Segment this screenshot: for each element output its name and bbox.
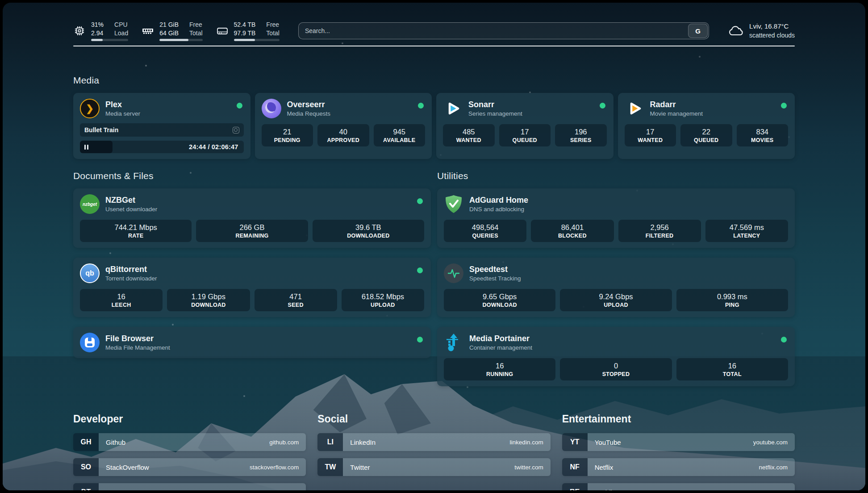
bookmark-github[interactable]: GH Githubgithub.com xyxy=(73,433,306,451)
overseerr-card[interactable]: Overseerr Media Requests 21PENDING 40APP… xyxy=(255,93,432,159)
speedtest-icon xyxy=(444,263,463,283)
playback-time: 24:44 / 02:06:47 xyxy=(189,143,238,150)
adguard-icon xyxy=(444,194,463,214)
filebrowser-card[interactable]: File Browser Media File Management xyxy=(73,327,431,358)
plex-title: Plex xyxy=(105,100,140,110)
adguard-subtitle: DNS and adblocking xyxy=(469,206,528,213)
stat-blocked: 86,401BLOCKED xyxy=(531,220,613,242)
plex-status-dot xyxy=(237,103,242,109)
speedtest-card[interactable]: Speedtest Speedtest Tracking 9.65 GbpsDO… xyxy=(437,258,795,317)
stat-download: 9.65 GbpsDOWNLOAD xyxy=(444,289,555,311)
ram-free-value: 21 GiB xyxy=(159,21,179,29)
sonarr-status-dot xyxy=(600,103,605,109)
ram-icon xyxy=(142,25,154,37)
section-title-developer: Developer xyxy=(73,413,306,425)
stat-seed: 471SEED xyxy=(255,289,337,311)
filebrowser-status-dot xyxy=(417,337,423,343)
qbittorrent-title: qBittorrent xyxy=(105,265,157,275)
filebrowser-title: File Browser xyxy=(105,334,170,344)
portainer-status-dot xyxy=(781,337,787,343)
ram-label-1: Free xyxy=(189,21,203,29)
stat-running: 16RUNNING xyxy=(444,358,555,380)
nzbget-card[interactable]: nzbget NZBGet Usenet downloader 744.21 M… xyxy=(73,188,431,248)
stat-download: 1.19 GbpsDOWNLOAD xyxy=(167,289,250,311)
stat-upload: 618.52 MbpsUPLOAD xyxy=(342,289,424,311)
weather-widget: Lviv, 16.87°C scattered clouds xyxy=(728,22,795,39)
search-provider-button[interactable]: G xyxy=(688,24,708,38)
disk-total-value: 97.9 TB xyxy=(234,29,256,37)
portainer-title: Media Portainer xyxy=(469,334,532,344)
stat-upload: 9.24 GbpsUPLOAD xyxy=(560,289,672,311)
radarr-subtitle: Movie management xyxy=(650,110,703,117)
search-input[interactable] xyxy=(299,23,688,39)
speedtest-title: Speedtest xyxy=(469,265,521,275)
plex-icon: ❯ xyxy=(80,99,100,118)
speedtest-subtitle: Speedtest Tracking xyxy=(469,275,521,282)
bookmark-abbr: NF xyxy=(562,458,588,476)
cloud-icon xyxy=(728,24,744,38)
stat-queued: 17QUEUED xyxy=(499,124,551,146)
bookmark-linkedin[interactable]: LI LinkedInlinkedin.com xyxy=(317,433,550,451)
now-playing-title: Bullet Train xyxy=(84,126,118,134)
cpu-icon xyxy=(73,25,86,37)
cpu-label-1: CPU xyxy=(114,21,128,29)
bookmark-twitter[interactable]: TW Twittertwitter.com xyxy=(317,458,550,476)
nzbget-status-dot xyxy=(417,198,423,204)
qbittorrent-card[interactable]: qb qBittorrent Torrent downloader 16LEEC… xyxy=(73,258,431,317)
stat-rate: 744.21 MbpsRATE xyxy=(80,220,192,242)
stat-leech: 16LEECH xyxy=(80,289,163,311)
qbittorrent-subtitle: Torrent downloader xyxy=(105,275,157,282)
social-section: Social LI LinkedInlinkedin.com TW Twitte… xyxy=(317,413,550,490)
filebrowser-icon xyxy=(80,333,100,352)
bookmark-abbr: YT xyxy=(562,433,588,451)
bookmark-netflix[interactable]: NF Netflixnetflix.com xyxy=(562,458,795,476)
media-grid: ❯ Plex Media server Bullet Train 24:44 /… xyxy=(73,93,795,159)
utilities-column: AdGuard Home DNS and adblocking 498,564Q… xyxy=(437,188,795,386)
sonarr-card[interactable]: Sonarr Series management 485WANTED 17QUE… xyxy=(436,93,613,159)
radarr-status-dot xyxy=(781,103,787,109)
adguard-title: AdGuard Home xyxy=(469,196,528,205)
section-title-media: Media xyxy=(73,75,795,86)
disk-label-1: Free xyxy=(266,21,280,29)
bookmark-abbr: TW xyxy=(317,458,343,476)
bookmark-abbr: SO xyxy=(73,458,99,476)
overseerr-status-dot xyxy=(418,103,424,109)
bookmark-youtube[interactable]: YT YouTubeyoutube.com xyxy=(562,433,795,451)
cpu-progress-bar xyxy=(91,39,128,41)
disk-progress-bar xyxy=(234,39,280,41)
plex-subtitle: Media server xyxy=(105,110,140,117)
stat-pending: 21PENDING xyxy=(262,124,313,146)
overseerr-title: Overseerr xyxy=(287,100,331,110)
plex-now-playing-row: Bullet Train xyxy=(80,123,244,137)
bookmark-stackoverflow[interactable]: SO StackOverflowstackoverflow.com xyxy=(73,458,306,476)
sonarr-subtitle: Series management xyxy=(468,110,522,117)
cpu-percent: 31% xyxy=(91,21,104,29)
header: 31% 2.94 CPU Load xyxy=(73,3,795,46)
cast-icon xyxy=(233,127,239,134)
disk-free-value: 52.4 TB xyxy=(234,21,256,29)
cpu-widget: 31% 2.94 CPU Load xyxy=(73,21,128,41)
radarr-card[interactable]: Radarr Movie management 17WANTED 22QUEUE… xyxy=(618,93,795,159)
pause-icon[interactable] xyxy=(84,145,88,150)
cpu-label-2: Load xyxy=(114,29,128,37)
section-title-utilities: Utilities xyxy=(437,171,795,181)
bookmark-dev[interactable]: DT DEVdev.to xyxy=(73,483,306,490)
dashboard-window: 31% 2.94 CPU Load xyxy=(3,3,865,490)
disk-icon xyxy=(216,25,229,37)
nzbget-subtitle: Usenet downloader xyxy=(105,206,157,213)
stat-queries: 498,564QUERIES xyxy=(444,220,526,242)
plex-card[interactable]: ❯ Plex Media server Bullet Train 24:44 /… xyxy=(73,93,250,159)
weather-condition: scattered clouds xyxy=(749,31,795,40)
stat-remaining: 266 GBREMAINING xyxy=(196,220,308,242)
nzbget-icon: nzbget xyxy=(80,194,100,214)
adguard-card[interactable]: AdGuard Home DNS and adblocking 498,564Q… xyxy=(437,188,795,248)
stat-latency: 47.569 msLATENCY xyxy=(705,220,788,242)
ram-progress-bar xyxy=(159,39,202,41)
stat-approved: 40APPROVED xyxy=(317,124,369,146)
nzbget-title: NZBGet xyxy=(105,196,157,205)
stat-stopped: 0STOPPED xyxy=(560,358,672,380)
qbittorrent-status-dot xyxy=(417,267,423,273)
stat-available: 945AVAILABLE xyxy=(374,124,426,146)
portainer-card[interactable]: Media Portainer Container management 16R… xyxy=(437,327,795,386)
bookmark-reddit[interactable]: RE Redditreddit.com xyxy=(562,483,795,490)
